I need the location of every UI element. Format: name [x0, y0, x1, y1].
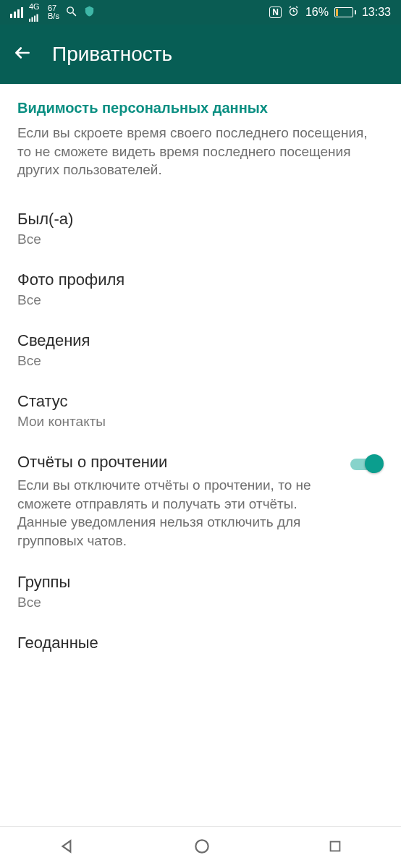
nav-home-button[interactable] — [193, 837, 211, 859]
svg-rect-8 — [331, 841, 340, 851]
section-description: Если вы скроете время своего последнего … — [17, 124, 384, 179]
setting-status[interactable]: Статус Мои контакты — [17, 380, 384, 441]
back-button[interactable] — [13, 43, 32, 65]
setting-profile-photo[interactable]: Фото профиля Все — [17, 259, 384, 320]
read-receipts-toggle[interactable] — [350, 454, 384, 473]
circle-icon — [193, 837, 211, 856]
setting-value: Мои контакты — [17, 414, 384, 430]
section-header-visibility: Видимость персональных данных — [17, 100, 384, 116]
square-icon — [327, 838, 343, 854]
setting-title: Отчёты о прочтении — [17, 453, 342, 472]
arrow-left-icon — [13, 43, 32, 62]
setting-title: Был(-а) — [17, 210, 384, 229]
setting-title: Сведения — [17, 331, 384, 350]
setting-read-receipts[interactable]: Отчёты о прочтении Если вы отключите отч… — [17, 441, 384, 562]
setting-title: Статус — [17, 392, 384, 411]
setting-value: Все — [17, 353, 384, 369]
data-speed: 67 B/s — [48, 4, 59, 20]
nav-back-button[interactable] — [58, 837, 77, 859]
svg-line-5 — [290, 7, 291, 7]
status-bar: 4G 67 B/s N 16% — [0, 0, 401, 25]
alarm-icon — [287, 5, 300, 20]
clock-time: 13:33 — [362, 6, 391, 19]
app-bar: Приватность — [0, 25, 401, 84]
setting-title: Фото профиля — [17, 271, 384, 289]
setting-live-location[interactable]: Геоданные — [17, 622, 384, 696]
setting-groups[interactable]: Группы Все — [17, 561, 384, 622]
system-nav-bar — [0, 826, 401, 868]
triangle-left-icon — [58, 837, 77, 856]
page-title: Приватность — [52, 43, 172, 66]
setting-about[interactable]: Сведения Все — [17, 320, 384, 380]
setting-value: Все — [17, 595, 384, 610]
svg-point-0 — [67, 7, 74, 12]
svg-line-6 — [296, 7, 297, 7]
battery-icon — [334, 7, 356, 17]
setting-description: Если вы отключите отчёты о прочтении, то… — [17, 476, 342, 550]
search-icon — [65, 5, 77, 20]
setting-value: Все — [17, 231, 384, 247]
nfc-icon: N — [269, 7, 282, 18]
network-type: 4G — [29, 3, 40, 11]
setting-title: Геоданные — [17, 634, 384, 652]
signal-icon — [10, 7, 23, 18]
setting-value: Все — [17, 292, 384, 308]
setting-last-seen[interactable]: Был(-а) Все — [17, 198, 384, 259]
svg-line-1 — [73, 12, 76, 15]
svg-point-7 — [195, 840, 208, 852]
shield-icon — [83, 5, 96, 20]
network-indicator: 4G — [29, 3, 42, 22]
nav-recents-button[interactable] — [327, 838, 343, 857]
setting-title: Группы — [17, 573, 384, 592]
battery-percent: 16% — [305, 6, 329, 19]
